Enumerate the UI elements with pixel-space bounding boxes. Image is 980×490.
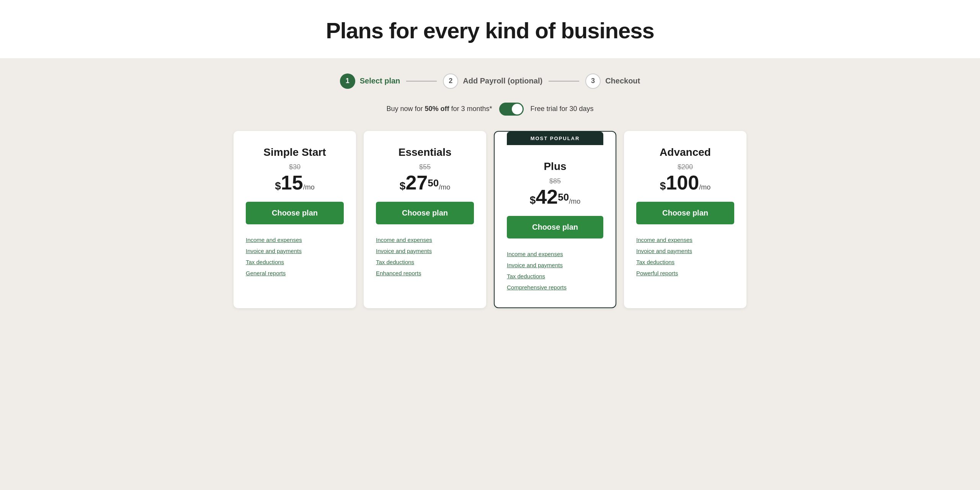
plan-price: $2750/mo <box>376 173 474 193</box>
plan-original-price: $30 <box>246 163 344 171</box>
plan-price-amount: 15 <box>281 172 303 194</box>
plan-original-price: $200 <box>636 163 734 171</box>
feature-item[interactable]: Income and expenses <box>636 237 734 243</box>
choose-plan-button[interactable]: Choose plan <box>376 202 474 224</box>
toggle-left-label: Buy now for 50% off for 3 months* <box>386 105 492 113</box>
popular-badge: MOST POPULAR <box>507 132 603 145</box>
toggle-thumb <box>512 104 523 114</box>
plan-price-dollar: $ <box>530 194 536 206</box>
plan-price: $4250/mo <box>507 187 603 207</box>
feature-item[interactable]: Income and expenses <box>507 251 603 257</box>
plan-original-price: $55 <box>376 163 474 171</box>
header-section: Plans for every kind of business <box>0 0 980 58</box>
step-3-label: Checkout <box>605 77 640 85</box>
plan-price-per: /mo <box>699 183 710 191</box>
step-2[interactable]: 2 Add Payroll (optional) <box>443 74 542 89</box>
step-1-circle: 1 <box>340 74 355 89</box>
feature-item[interactable]: Invoice and payments <box>246 248 344 254</box>
step-2-label: Add Payroll (optional) <box>463 77 542 85</box>
plan-card-simple-start: Simple Start $30 $15/mo Choose plan Inco… <box>234 131 356 308</box>
feature-item[interactable]: General reports <box>246 270 344 276</box>
plan-price-per: /mo <box>569 198 580 205</box>
features-list: Income and expensesInvoice and paymentsT… <box>507 251 603 291</box>
plan-name: Essentials <box>376 146 474 158</box>
feature-item[interactable]: Invoice and payments <box>507 262 603 268</box>
features-list: Income and expensesInvoice and paymentsT… <box>246 237 344 276</box>
features-list: Income and expensesInvoice and paymentsT… <box>376 237 474 276</box>
plan-card-plus: MOST POPULAR Plus $85 $4250/mo Choose pl… <box>494 131 616 308</box>
steps-bar: 1 Select plan 2 Add Payroll (optional) 3… <box>8 74 972 89</box>
plan-price: $100/mo <box>636 173 734 193</box>
choose-plan-button[interactable]: Choose plan <box>636 202 734 224</box>
plan-original-price: $85 <box>507 177 603 185</box>
trial-toggle[interactable] <box>499 103 524 116</box>
step-1[interactable]: 1 Select plan <box>340 74 400 89</box>
feature-item[interactable]: Income and expenses <box>376 237 474 243</box>
plan-card-advanced: Advanced $200 $100/mo Choose plan Income… <box>624 131 746 308</box>
main-title: Plans for every kind of business <box>8 18 972 43</box>
plan-price-dollar: $ <box>275 180 281 192</box>
plan-price-cents: 50 <box>428 177 439 189</box>
plan-price-dollar: $ <box>660 180 666 192</box>
plan-name: Advanced <box>636 146 734 158</box>
feature-item[interactable]: Tax deductions <box>246 259 344 265</box>
feature-item[interactable]: Enhanced reports <box>376 270 474 276</box>
step-2-circle: 2 <box>443 74 458 89</box>
toggle-right-label: Free trial for 30 days <box>531 105 594 113</box>
plans-grid: Simple Start $30 $15/mo Choose plan Inco… <box>222 131 758 308</box>
plan-price-dollar: $ <box>400 180 406 192</box>
feature-item[interactable]: Powerful reports <box>636 270 734 276</box>
content-section: 1 Select plan 2 Add Payroll (optional) 3… <box>0 58 980 331</box>
plan-price-per: /mo <box>439 183 450 191</box>
choose-plan-button[interactable]: Choose plan <box>507 216 603 238</box>
step-1-label: Select plan <box>360 77 400 85</box>
feature-item[interactable]: Tax deductions <box>636 259 734 265</box>
feature-item[interactable]: Comprehensive reports <box>507 284 603 291</box>
step-divider-2 <box>549 81 579 82</box>
step-3[interactable]: 3 Checkout <box>585 74 640 89</box>
feature-item[interactable]: Invoice and payments <box>636 248 734 254</box>
step-divider-1 <box>406 81 437 82</box>
plan-price-amount: 42 <box>536 186 558 208</box>
feature-item[interactable]: Tax deductions <box>507 273 603 279</box>
plan-price-cents: 50 <box>558 191 569 203</box>
choose-plan-button[interactable]: Choose plan <box>246 202 344 224</box>
plan-price: $15/mo <box>246 173 344 193</box>
plan-price-per: /mo <box>303 183 315 191</box>
plan-name: Simple Start <box>246 146 344 158</box>
plan-price-amount: 100 <box>666 172 699 194</box>
toggle-left-suffix: for 3 months* <box>449 105 492 113</box>
feature-item[interactable]: Invoice and payments <box>376 248 474 254</box>
feature-item[interactable]: Tax deductions <box>376 259 474 265</box>
toggle-bar: Buy now for 50% off for 3 months* Free t… <box>8 103 972 116</box>
plan-card-essentials: Essentials $55 $2750/mo Choose plan Inco… <box>364 131 486 308</box>
discount-bold: 50% off <box>425 105 449 113</box>
plan-name: Plus <box>507 160 603 173</box>
plan-price-amount: 27 <box>405 172 428 194</box>
features-list: Income and expensesInvoice and paymentsT… <box>636 237 734 276</box>
step-3-circle: 3 <box>585 74 601 89</box>
feature-item[interactable]: Income and expenses <box>246 237 344 243</box>
